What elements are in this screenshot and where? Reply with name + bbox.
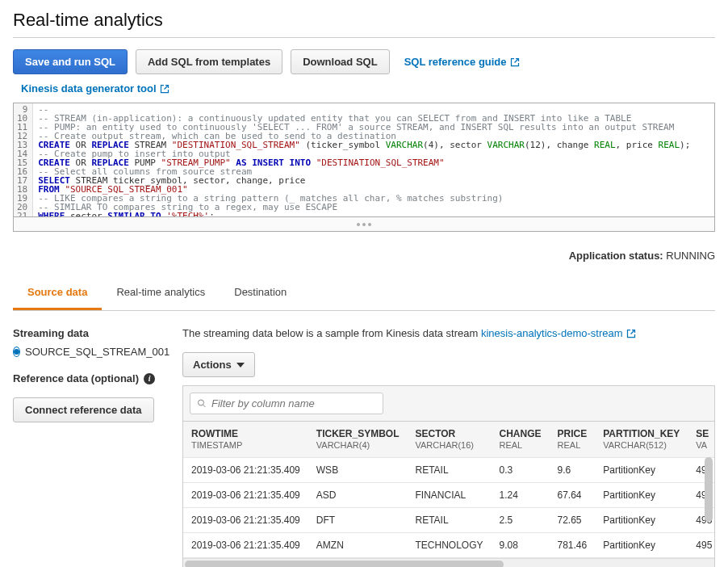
table-row[interactable]: 2019-03-06 21:21:35.409AMZNTECHNOLOGY9.0… xyxy=(183,533,714,558)
tab-real-time-analytics[interactable]: Real-time analytics xyxy=(102,276,220,310)
table-cell: PartitionKey xyxy=(595,533,688,558)
table-cell: 72.65 xyxy=(550,508,596,533)
application-status: Application status: RUNNING xyxy=(13,250,715,262)
tabs: Source dataReal-time analyticsDestinatio… xyxy=(13,276,715,311)
table-cell: 2019-03-06 21:21:35.409 xyxy=(183,483,308,508)
svg-point-0 xyxy=(198,400,203,405)
save-run-sql-button[interactable]: Save and run SQL xyxy=(13,49,128,74)
sql-reference-guide-link[interactable]: SQL reference guide xyxy=(404,56,520,68)
table-cell: RETAIL xyxy=(407,458,491,483)
status-value: RUNNING xyxy=(666,250,715,262)
column-header[interactable]: TICKER_SYMBOLVARCHAR(4) xyxy=(308,422,408,458)
filter-input[interactable] xyxy=(211,397,376,410)
column-header[interactable]: SECTORVARCHAR(16) xyxy=(407,422,491,458)
resize-handle[interactable] xyxy=(13,217,715,232)
actions-label: Actions xyxy=(193,359,232,371)
table-cell: 2019-03-06 21:21:35.409 xyxy=(183,533,308,558)
table-cell: 67.64 xyxy=(550,483,596,508)
table-cell: 2.5 xyxy=(492,508,550,533)
table-row[interactable]: 2019-03-06 21:21:35.409ASDFINANCIAL1.246… xyxy=(183,483,714,508)
external-link-icon xyxy=(510,57,520,67)
divider xyxy=(13,37,715,38)
add-sql-templates-button[interactable]: Add SQL from templates xyxy=(136,49,282,74)
column-header[interactable]: ROWTIMETIMESTAMP xyxy=(183,422,308,458)
editor-code[interactable]: ---- STREAM (in-application): a continuo… xyxy=(33,103,695,216)
download-sql-button[interactable]: Download SQL xyxy=(291,49,389,74)
stream-radio-row[interactable]: SOURCE_SQL_STREAM_001 xyxy=(13,346,166,358)
external-link-icon xyxy=(626,329,636,338)
tab-source-data[interactable]: Source data xyxy=(13,276,102,310)
right-pane: The streaming data below is a sample fro… xyxy=(182,327,715,567)
left-pane: Streaming data SOURCE_SQL_STREAM_001 Ref… xyxy=(13,327,166,567)
radio-selected-icon[interactable] xyxy=(13,346,20,357)
table-cell: PartitionKey xyxy=(595,508,688,533)
tab-destination[interactable]: Destination xyxy=(220,276,301,310)
column-header[interactable]: PARTITION_KEYVARCHAR(512) xyxy=(595,422,688,458)
toolbar: Save and run SQL Add SQL from templates … xyxy=(13,49,715,74)
table-cell: 9.08 xyxy=(492,533,550,558)
vertical-scrollbar[interactable] xyxy=(705,457,713,522)
table-cell: 9.6 xyxy=(550,458,596,483)
data-table-wrapper: ROWTIMETIMESTAMPTICKER_SYMBOLVARCHAR(4)S… xyxy=(182,421,715,567)
table-cell: 495 xyxy=(688,533,714,558)
table-cell: PartitionKey xyxy=(595,483,688,508)
table-row[interactable]: 2019-03-06 21:21:35.409DFTRETAIL2.572.65… xyxy=(183,508,714,533)
table-cell: 781.46 xyxy=(550,533,596,558)
table-cell: PartitionKey xyxy=(595,458,688,483)
table-cell: 1.24 xyxy=(492,483,550,508)
table-toolbar xyxy=(182,385,715,421)
reference-data-label: Reference data (optional) xyxy=(13,372,139,384)
table-cell: 0.3 xyxy=(492,458,550,483)
demo-stream-link[interactable]: kinesis-analytics-demo-stream xyxy=(481,327,636,339)
streaming-data-title: Streaming data xyxy=(13,327,166,339)
link-label: Kinesis data generator tool xyxy=(21,82,157,94)
actions-dropdown[interactable]: Actions xyxy=(182,352,255,377)
page-title: Real-time analytics xyxy=(13,10,715,31)
connect-reference-data-button[interactable]: Connect reference data xyxy=(13,397,154,422)
table-cell: 2019-03-06 21:21:35.409 xyxy=(183,458,308,483)
table-cell: ASD xyxy=(308,483,408,508)
table-cell: 2019-03-06 21:21:35.409 xyxy=(183,508,308,533)
table-row[interactable]: 2019-03-06 21:21:35.409WSBRETAIL0.39.6Pa… xyxy=(183,458,714,483)
editor-gutter: 9101112131415161718192021 xyxy=(14,103,33,216)
column-header[interactable]: SEVA xyxy=(688,422,714,458)
table-cell: TECHNOLOGY xyxy=(407,533,491,558)
chevron-down-icon xyxy=(236,363,245,368)
table-cell: WSB xyxy=(308,458,408,483)
info-icon[interactable]: i xyxy=(144,373,155,384)
filter-input-wrapper[interactable] xyxy=(190,393,383,414)
status-label: Application status: xyxy=(569,250,663,262)
table-cell: RETAIL xyxy=(407,508,491,533)
data-table: ROWTIMETIMESTAMPTICKER_SYMBOLVARCHAR(4)S… xyxy=(183,422,714,558)
external-link-icon xyxy=(160,84,169,94)
kinesis-data-generator-link[interactable]: Kinesis data generator tool xyxy=(21,82,169,94)
horizontal-scrollbar[interactable] xyxy=(183,558,714,567)
stream-name-label: SOURCE_SQL_STREAM_001 xyxy=(25,346,169,358)
column-header[interactable]: PRICEREAL xyxy=(550,422,596,458)
stream-description: The streaming data below is a sample fro… xyxy=(182,327,715,339)
search-icon xyxy=(197,398,207,409)
link-label: SQL reference guide xyxy=(404,56,507,68)
table-cell: AMZN xyxy=(308,533,408,558)
sql-editor[interactable]: 9101112131415161718192021 ---- STREAM (i… xyxy=(13,103,715,217)
table-cell: FINANCIAL xyxy=(407,483,491,508)
desc-text: The streaming data below is a sample fro… xyxy=(182,327,481,339)
column-header[interactable]: CHANGEREAL xyxy=(492,422,550,458)
link-label: kinesis-analytics-demo-stream xyxy=(481,327,623,339)
table-cell: DFT xyxy=(308,508,408,533)
reference-data-title: Reference data (optional) i xyxy=(13,372,166,384)
